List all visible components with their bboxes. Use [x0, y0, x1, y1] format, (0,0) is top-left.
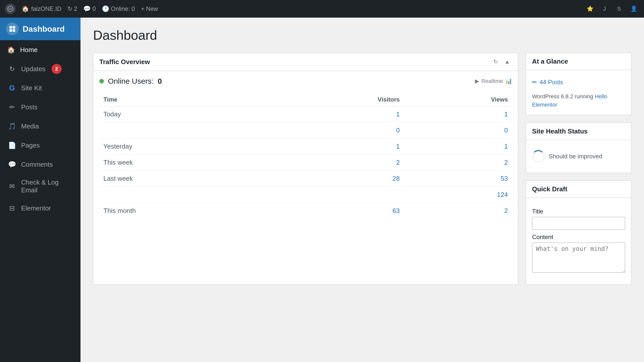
home-nav-icon: 🏠	[6, 45, 16, 55]
at-a-glance-widget: At a Glance ✏ 44 Posts WordPress 6.8.2 r…	[526, 53, 631, 115]
svg-text:W: W	[8, 7, 12, 11]
row-time: Today	[99, 106, 274, 122]
pen-icon: ✏	[532, 79, 537, 86]
page-title: Dashboard	[93, 28, 631, 43]
realtime-label: Realtime	[481, 78, 503, 84]
table-row: 0 0	[99, 122, 512, 139]
site-health-widget: Site Health Status Should be improved	[526, 123, 631, 173]
row-views: 2	[404, 155, 512, 171]
wp-logo[interactable]: W	[5, 4, 16, 14]
svg-rect-2	[10, 26, 12, 29]
sidebar-elementor-label: Elementor	[21, 204, 51, 212]
plugin-icon-2[interactable]: S	[614, 4, 624, 14]
row-time: Last week	[99, 171, 274, 187]
quick-draft-widget: Quick Draft Title Content	[526, 180, 631, 285]
traffic-widget-body: Online Users: 0 ▶ Realtime 📊 Time Vi	[93, 71, 518, 225]
row-time	[99, 122, 274, 139]
col-visitors: Visitors	[274, 93, 404, 106]
row-visitors: 63	[274, 203, 404, 219]
site-health-title: Site Health Status	[532, 127, 588, 135]
posts-icon: ✏	[7, 102, 17, 112]
right-column: At a Glance ✏ 44 Posts WordPress 6.8.2 r…	[526, 53, 631, 285]
table-row: This week 2 2	[99, 155, 512, 171]
sidebar-item-home[interactable]: 🏠 Home	[0, 40, 80, 59]
online-label: Online:	[111, 5, 130, 12]
health-status-row: Should be improved	[532, 146, 625, 167]
comments-count: 0	[92, 5, 96, 12]
online-users-count: 0	[158, 77, 162, 85]
admin-bar-updates[interactable]: ↻ 2	[67, 5, 77, 12]
admin-bar-online[interactable]: 🕐 Online: 0	[102, 5, 135, 12]
elementor-icon: ⊟	[7, 203, 17, 213]
traffic-widget-header: Traffic Overview ↻ ▲	[93, 53, 518, 71]
email-icon: ✉	[7, 181, 17, 191]
draft-content-label: Content	[532, 234, 625, 241]
sidebar-item-check-log-email[interactable]: ✉ Check & Log Email	[0, 174, 80, 199]
col-views: Views	[404, 93, 512, 106]
online-users-row: Online Users: 0 ▶ Realtime 📊	[99, 77, 512, 85]
at-glance-posts[interactable]: ✏ 44 Posts	[532, 76, 625, 88]
at-glance-header: At a Glance	[526, 53, 631, 70]
online-users-label: Online Users:	[108, 77, 154, 85]
sidebar-home-label: Home	[20, 46, 37, 54]
sidebar-comments-label: Comments	[21, 161, 53, 168]
quick-draft-header: Quick Draft	[526, 181, 631, 198]
updates-badge: 2	[52, 64, 62, 74]
draft-title-input[interactable]	[532, 217, 625, 230]
traffic-table: Time Visitors Views Today 1 1 0 0 Yester…	[99, 93, 512, 219]
table-row: This month 63 2	[99, 203, 512, 219]
sidebar-dashboard-header[interactable]: Dashboard	[0, 18, 80, 40]
star-icon[interactable]: ⭐	[585, 4, 595, 14]
sidebar-pages-label: Pages	[21, 142, 40, 149]
svg-rect-3	[13, 26, 15, 29]
sidebar-item-updates[interactable]: ↻ Updates 2	[0, 59, 80, 78]
row-views: 2	[404, 203, 512, 219]
avatar-icon[interactable]: 👤	[628, 4, 639, 14]
toggle-widget-btn[interactable]: ▲	[502, 58, 512, 66]
realtime-btn[interactable]: ▶ Realtime 📊	[475, 78, 512, 84]
refresh-widget-btn[interactable]: ↻	[491, 58, 500, 66]
table-row: Today 1 1	[99, 106, 512, 122]
plugin-icon-1[interactable]: J	[599, 4, 610, 14]
admin-bar-comments[interactable]: 💬 0	[83, 5, 96, 12]
row-time	[99, 187, 274, 203]
admin-bar: W 🏠 faizONE.ID ↻ 2 💬 0 🕐 Online: 0 + New…	[0, 0, 644, 18]
updates-count: 2	[74, 5, 77, 12]
wp-info: WordPress 6.8.2 running	[532, 93, 593, 100]
site-health-header: Site Health Status	[526, 123, 631, 140]
at-glance-body: ✏ 44 Posts WordPress 6.8.2 running Hello…	[526, 70, 631, 115]
table-row: Last week 28 53	[99, 171, 512, 187]
site-kit-icon: G	[7, 83, 17, 93]
row-time: Yesterday	[99, 139, 274, 155]
traffic-overview-widget: Traffic Overview ↻ ▲ Online Users: 0 ▶ R…	[93, 53, 518, 285]
quick-draft-form: Title Content	[532, 204, 625, 279]
row-views: 1	[404, 139, 512, 155]
sidebar-item-comments[interactable]: 💬 Comments	[0, 155, 80, 174]
svg-rect-4	[10, 29, 12, 32]
row-visitors	[274, 187, 404, 203]
comment-icon: 💬	[83, 5, 91, 12]
realtime-icon: 📊	[505, 78, 512, 84]
site-health-body: Should be improved	[526, 140, 631, 173]
quick-draft-title: Quick Draft	[532, 185, 567, 193]
row-visitors: 1	[274, 139, 404, 155]
quick-draft-body: Title Content	[526, 198, 631, 285]
sidebar-item-posts[interactable]: ✏ Posts	[0, 98, 80, 117]
sidebar-updates-label: Updates	[21, 65, 46, 73]
draft-content-textarea[interactable]	[532, 243, 625, 273]
admin-bar-new[interactable]: + New	[141, 5, 158, 12]
row-time: This week	[99, 155, 274, 171]
row-visitors: 28	[274, 171, 404, 187]
pages-icon: 📄	[7, 140, 17, 150]
sidebar-item-elementor[interactable]: ⊟ Elementor	[0, 199, 80, 218]
sidebar-item-media[interactable]: 🎵 Media	[0, 117, 80, 136]
row-visitors: 0	[274, 122, 404, 139]
sidebar-posts-label: Posts	[21, 103, 37, 111]
sidebar-item-site-kit[interactable]: G Site Kit	[0, 78, 80, 98]
online-dot	[99, 79, 104, 83]
row-views: 124	[404, 187, 512, 203]
admin-bar-site[interactable]: 🏠 faizONE.ID	[22, 5, 61, 12]
row-views: 53	[404, 171, 512, 187]
sidebar-item-pages[interactable]: 📄 Pages	[0, 136, 80, 155]
svg-rect-5	[13, 29, 15, 32]
